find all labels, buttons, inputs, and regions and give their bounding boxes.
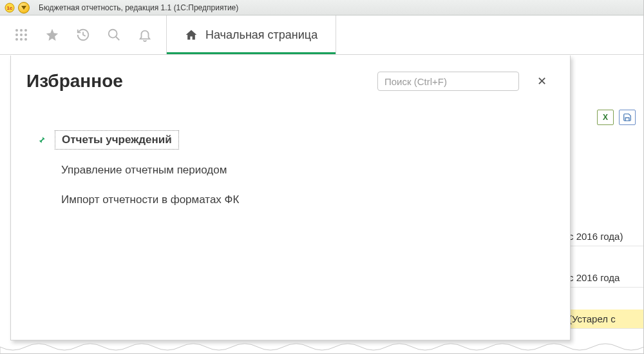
panel-title: Избранное (26, 71, 123, 92)
background-row-2: с 2016 года (566, 268, 643, 288)
svg-point-6 (20, 34, 23, 36)
save-icon[interactable] (619, 110, 636, 125)
toolbar-left-group (0, 15, 166, 54)
home-icon (185, 28, 198, 41)
window-title: Бюджетная отчетность, редакция 1.1 (1С:П… (39, 3, 238, 12)
svg-point-7 (24, 34, 27, 36)
background-row-3: (Устарел с (566, 310, 643, 329)
background-icon-row: X (566, 110, 643, 125)
svg-line-12 (116, 37, 120, 41)
tab-home-label: Начальная страница (205, 28, 317, 42)
svg-point-8 (15, 38, 18, 41)
app-dropdown-button[interactable] (18, 2, 30, 14)
history-icon[interactable] (76, 28, 90, 42)
svg-point-9 (20, 38, 23, 41)
favorites-item-label: Импорт отчетности в форматах ФК (55, 191, 245, 209)
torn-edge-decoration (0, 343, 644, 354)
favorites-panel: Избранное ✕ Отчеты учреждений Управление… (10, 55, 571, 340)
tab-home[interactable]: Начальная страница (166, 15, 336, 54)
svg-point-10 (24, 38, 27, 41)
svg-point-11 (109, 30, 117, 38)
excel-icon[interactable]: X (597, 110, 614, 125)
svg-point-5 (15, 34, 18, 36)
search-icon[interactable] (107, 28, 121, 42)
favorites-item-label: Управление отчетным периодом (55, 161, 233, 179)
favorites-item-reports[interactable]: Отчеты учреждений (37, 130, 551, 150)
app-window: 1c Бюджетная отчетность, редакция 1.1 (1… (0, 0, 644, 354)
apps-grid-icon[interactable] (14, 28, 28, 42)
background-content: X с 2016 года) с 2016 года (Устарел с (566, 110, 643, 329)
bell-icon[interactable] (138, 28, 152, 42)
star-icon[interactable] (45, 28, 59, 42)
tab-active-underline (167, 52, 336, 54)
app-logo-icon: 1c (4, 3, 15, 13)
favorites-item-period[interactable]: Управление отчетным периодом (37, 161, 551, 179)
svg-point-2 (15, 29, 18, 32)
close-icon[interactable]: ✕ (533, 72, 551, 91)
svg-point-4 (24, 29, 27, 32)
background-row-1: с 2016 года) (566, 227, 643, 246)
pin-icon (37, 135, 47, 144)
svg-point-3 (20, 29, 23, 32)
panel-search-group: ✕ (377, 72, 551, 91)
panel-header: Избранное ✕ (26, 71, 551, 92)
svg-text:1c: 1c (7, 5, 13, 11)
main-toolbar: Начальная страница (0, 15, 643, 55)
title-bar: 1c Бюджетная отчетность, редакция 1.1 (1… (0, 0, 643, 15)
favorites-item-label: Отчеты учреждений (55, 130, 179, 150)
favorites-list: Отчеты учреждений Управление отчетным пе… (37, 130, 551, 209)
favorites-item-import[interactable]: Импорт отчетности в форматах ФК (37, 191, 551, 209)
search-input[interactable] (377, 72, 519, 91)
